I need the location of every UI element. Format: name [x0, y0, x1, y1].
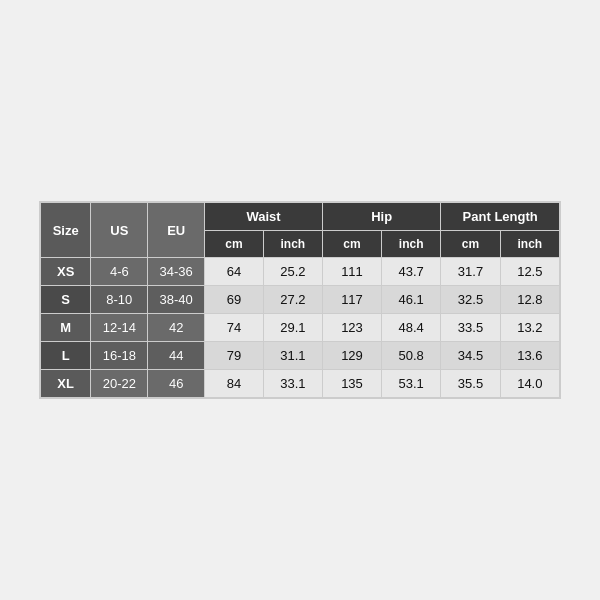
cell-waist-inch: 25.2	[263, 258, 322, 286]
cell-us: 20-22	[91, 370, 148, 398]
header-pant-length: Pant Length	[441, 203, 560, 231]
cell-waist-cm: 69	[205, 286, 264, 314]
cell-waist-inch: 29.1	[263, 314, 322, 342]
cell-pant-cm: 35.5	[441, 370, 500, 398]
cell-pant-cm: 34.5	[441, 342, 500, 370]
cell-hip-cm: 117	[323, 286, 382, 314]
header-waist-cm: cm	[205, 231, 264, 258]
cell-size: XL	[41, 370, 91, 398]
table-row: S8-1038-406927.211746.132.512.8	[41, 286, 560, 314]
cell-hip-cm: 123	[323, 314, 382, 342]
header-pant-cm: cm	[441, 231, 500, 258]
table-row: XL20-22468433.113553.135.514.0	[41, 370, 560, 398]
cell-hip-inch: 53.1	[381, 370, 440, 398]
cell-waist-inch: 33.1	[263, 370, 322, 398]
cell-size: XS	[41, 258, 91, 286]
cell-waist-inch: 31.1	[263, 342, 322, 370]
cell-waist-cm: 79	[205, 342, 264, 370]
cell-eu: 34-36	[148, 258, 205, 286]
table-row: XS4-634-366425.211143.731.712.5	[41, 258, 560, 286]
header-waist: Waist	[205, 203, 323, 231]
cell-eu: 42	[148, 314, 205, 342]
size-chart-container: Size US EU Waist Hip Pant Length cm inch…	[39, 201, 561, 399]
cell-pant-inch: 14.0	[500, 370, 559, 398]
cell-size: L	[41, 342, 91, 370]
cell-pant-inch: 12.5	[500, 258, 559, 286]
cell-eu: 38-40	[148, 286, 205, 314]
header-us: US	[91, 203, 148, 258]
header-hip-cm: cm	[323, 231, 382, 258]
cell-waist-cm: 64	[205, 258, 264, 286]
header-eu: EU	[148, 203, 205, 258]
size-chart-table: Size US EU Waist Hip Pant Length cm inch…	[40, 202, 560, 398]
cell-us: 4-6	[91, 258, 148, 286]
cell-hip-inch: 43.7	[381, 258, 440, 286]
cell-waist-inch: 27.2	[263, 286, 322, 314]
header-hip-inch: inch	[381, 231, 440, 258]
cell-waist-cm: 84	[205, 370, 264, 398]
cell-hip-cm: 135	[323, 370, 382, 398]
cell-hip-cm: 111	[323, 258, 382, 286]
cell-eu: 46	[148, 370, 205, 398]
cell-pant-inch: 13.6	[500, 342, 559, 370]
header-size: Size	[41, 203, 91, 258]
cell-pant-inch: 13.2	[500, 314, 559, 342]
table-row: M12-14427429.112348.433.513.2	[41, 314, 560, 342]
cell-hip-cm: 129	[323, 342, 382, 370]
cell-size: S	[41, 286, 91, 314]
cell-hip-inch: 46.1	[381, 286, 440, 314]
cell-pant-cm: 33.5	[441, 314, 500, 342]
cell-pant-cm: 31.7	[441, 258, 500, 286]
header-waist-inch: inch	[263, 231, 322, 258]
table-row: L16-18447931.112950.834.513.6	[41, 342, 560, 370]
cell-us: 16-18	[91, 342, 148, 370]
cell-hip-inch: 50.8	[381, 342, 440, 370]
cell-eu: 44	[148, 342, 205, 370]
cell-us: 12-14	[91, 314, 148, 342]
header-hip: Hip	[323, 203, 441, 231]
cell-pant-inch: 12.8	[500, 286, 559, 314]
cell-hip-inch: 48.4	[381, 314, 440, 342]
header-pant-inch: inch	[500, 231, 559, 258]
cell-size: M	[41, 314, 91, 342]
cell-pant-cm: 32.5	[441, 286, 500, 314]
cell-us: 8-10	[91, 286, 148, 314]
cell-waist-cm: 74	[205, 314, 264, 342]
